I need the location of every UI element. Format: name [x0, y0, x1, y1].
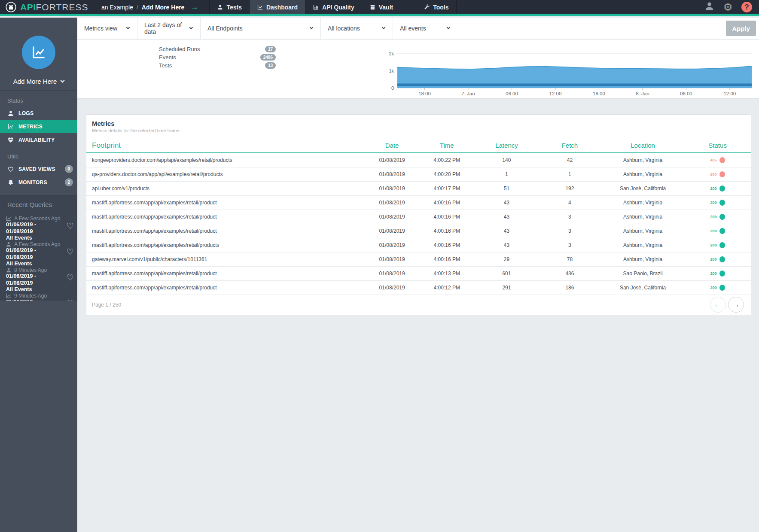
chevron-down-icon — [447, 26, 450, 29]
column-header-time[interactable]: Time — [419, 138, 475, 153]
table-cell: 4:00:13 PM — [419, 266, 475, 280]
table-cell: 01/08/2019 — [366, 153, 419, 167]
recent-query-item[interactable]: 8 Minutes Ago01/06/2019 - 01/08/2019All … — [0, 263, 77, 289]
table-row[interactable]: mastiff.apifortress.com/app/api/examples… — [86, 210, 751, 224]
breadcrumb-page[interactable]: Add More Here — [142, 4, 185, 11]
column-header-footprint[interactable]: Footprint — [86, 138, 366, 153]
recent-query-item[interactable]: 9 Minutes Ago01/06/2019 - 01/08/2019All … — [0, 289, 77, 301]
heart-outline-icon[interactable]: ♡ — [67, 298, 74, 301]
table-cell: 01/08/2019 — [366, 224, 419, 238]
nav-tab-api-quality[interactable]: API Quality — [305, 0, 362, 14]
project-selector[interactable]: Add More Here — [13, 78, 64, 85]
apifortress-logo[interactable]: API FORTRESS — [0, 0, 99, 14]
summary-stat-row: Tests13 — [159, 61, 276, 70]
line-chart-icon — [6, 293, 12, 299]
status-cell: 200 — [684, 181, 751, 195]
sidebar-item-metrics[interactable]: METRICS — [0, 120, 77, 133]
table-cell: 29 — [475, 252, 538, 266]
column-header-latency[interactable]: Latency — [475, 138, 538, 153]
status-cell: 200 — [684, 252, 751, 266]
table-cell: 4 — [538, 195, 601, 210]
column-header-location[interactable]: Location — [601, 138, 684, 153]
column-header-fetch[interactable]: Fetch — [538, 138, 601, 153]
sidebar-item-saved-views[interactable]: SAVED VIEWS 0 — [0, 162, 77, 176]
table-cell: 51 — [475, 181, 538, 195]
user-icon — [7, 110, 14, 117]
sidebar-item-availability[interactable]: AVAILABILITY — [0, 133, 77, 146]
summary-stat-row: Scheduled Runs17 — [159, 45, 276, 53]
table-cell: Ashburn, Virginia — [601, 210, 684, 224]
events-dropdown[interactable]: All events — [393, 18, 457, 39]
table-cell: mastiff.apifortress.com/app/api/examples… — [86, 224, 366, 238]
table-row[interactable]: qa-providers.doctor.com/app/api/examples… — [86, 167, 751, 181]
sidebar-profile: Add More Here — [0, 18, 77, 91]
nav-tab-vault[interactable]: Vault — [362, 0, 400, 14]
heart-pulse-icon — [7, 137, 14, 143]
table-row[interactable]: gateway.marvel.com/v1/public/characters/… — [86, 252, 751, 266]
date-range-value: Last 2 days of data — [144, 21, 190, 35]
nav-tab-tests[interactable]: Tests — [209, 0, 249, 14]
heart-outline-icon[interactable]: ♡ — [67, 273, 74, 283]
column-header-date[interactable]: Date — [366, 138, 419, 153]
heart-outline-icon[interactable]: ♡ — [67, 247, 74, 257]
status-code: 200 — [710, 201, 717, 205]
nav-tab-tools[interactable]: Tools — [416, 0, 456, 14]
status-cell: 200 — [684, 280, 751, 295]
table-cell: 436 — [538, 266, 601, 280]
status-dot — [719, 256, 725, 262]
table-footer: Page 1 / 250 ← → — [86, 295, 751, 315]
table-row[interactable]: mastiff.apifortress.com/app/api/examples… — [86, 280, 751, 295]
endpoints-dropdown[interactable]: All Endpoints — [201, 18, 321, 39]
table-cell: 01/08/2019 — [366, 181, 419, 195]
table-cell: 3 — [538, 210, 601, 224]
table-cell: 4:00:16 PM — [419, 252, 475, 266]
bell-icon — [7, 179, 14, 186]
next-page-button[interactable]: → — [728, 297, 744, 313]
metrics-panel-header: Metrics Metrics details for the selected… — [86, 115, 751, 134]
apply-button[interactable]: Apply — [726, 21, 756, 36]
status-code: 200 — [710, 271, 717, 276]
nav-tab-label: Tests — [226, 4, 242, 11]
svg-text:12:00: 12:00 — [549, 91, 562, 96]
table-row[interactable]: mastiff.apifortress.com/app/api/examples… — [86, 224, 751, 238]
table-row[interactable]: mastiff.apifortress.com/app/api/examples… — [86, 266, 751, 280]
table-header-row: FootprintDateTimeLatencyFetchLocationSta… — [86, 138, 751, 153]
table-row[interactable]: kongeeproviders.doctor.com/app/api/examp… — [86, 153, 751, 167]
stat-label[interactable]: Tests — [159, 62, 172, 69]
chevron-down-icon — [61, 79, 65, 83]
date-range-dropdown[interactable]: Last 2 days of data — [137, 18, 201, 39]
sidebar-item-logs[interactable]: LOGS — [0, 106, 77, 120]
line-chart-icon — [6, 216, 12, 222]
table-cell: 01/08/2019 — [366, 167, 419, 181]
table-row[interactable]: api.uber.com/v1/products01/08/20194:00:1… — [86, 181, 751, 195]
view-dropdown[interactable]: Metrics view — [77, 18, 137, 39]
table-cell: Ashburn, Virginia — [601, 252, 684, 266]
table-cell: mastiff.apifortress.com/app/api/examples… — [86, 238, 366, 252]
prev-page-button[interactable]: ← — [710, 297, 726, 313]
recent-query-item[interactable]: A Few Seconds Ago01/06/2019 - 01/08/2019… — [0, 237, 77, 263]
table-row[interactable]: mastiff.apifortress.com/app/api/examples… — [86, 195, 751, 210]
sidebar-item-monitors[interactable]: MONITORS 2 — [0, 176, 77, 189]
breadcrumb-project[interactable]: an Example — [101, 4, 133, 11]
profile-icon[interactable] — [704, 1, 715, 13]
nav-tab-label: Tools — [433, 4, 448, 11]
table-row[interactable]: mastiff.apifortress.com/app/api/examples… — [86, 238, 751, 252]
breadcrumb-arrow-icon[interactable]: → — [190, 3, 198, 12]
table-cell: 4:00:22 PM — [419, 153, 475, 167]
top-navbar: API FORTRESS an Example / Add More Here … — [0, 0, 759, 16]
status-cell: 200 — [684, 238, 751, 252]
recent-query-item[interactable]: A Few Seconds Ago01/06/2019 - 01/08/2019… — [0, 212, 77, 237]
gear-icon[interactable]: ⚙ — [723, 2, 733, 12]
table-cell: Ashburn, Virginia — [601, 167, 684, 181]
panel-subtitle: Metrics details for the selected time fr… — [92, 128, 745, 133]
table-cell: 78 — [538, 252, 601, 266]
heart-outline-icon[interactable]: ♡ — [67, 221, 74, 231]
column-header-status[interactable]: Status — [684, 138, 751, 153]
project-avatar[interactable] — [22, 36, 55, 69]
locations-dropdown[interactable]: All locations — [321, 18, 393, 39]
table-cell: qa-providers.doctor.com/app/api/examples… — [86, 167, 366, 181]
help-icon[interactable]: ? — [741, 2, 752, 12]
nav-tab-dashboard[interactable]: Dashboard — [249, 0, 305, 14]
status-cell: 200 — [684, 266, 751, 280]
table-cell: 4:00:16 PM — [419, 195, 475, 210]
